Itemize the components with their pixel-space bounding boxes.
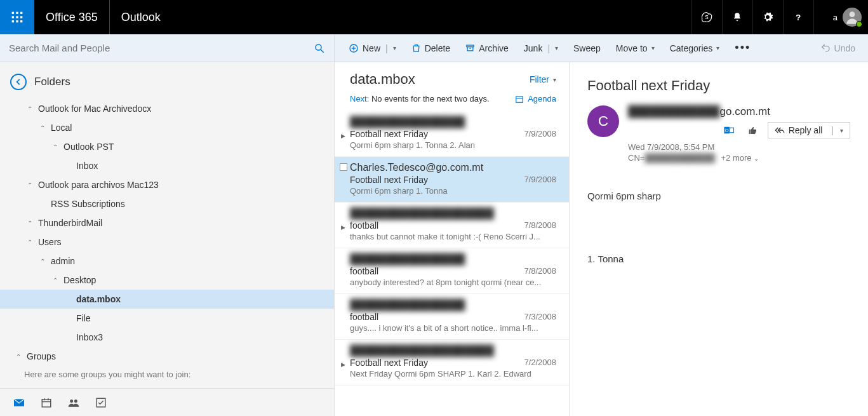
next-text: No events for the next two days. [371,94,490,104]
undo-button[interactable]: Undo [820,43,855,53]
chevron-down-icon[interactable]: ▾ [555,44,558,51]
delete-label: Delete [425,43,450,53]
junk-button[interactable]: Junk |▾ [516,34,566,62]
folder-node[interactable]: ⌃Outlook para archivos Mac123 [0,175,334,194]
agenda-button[interactable]: Agenda [515,94,556,104]
message-body: Qormi 6pm sharp 1. Tonna [587,185,850,269]
message-preview: Qormi 6pm sharp 1. Tonna 2. Alan [350,140,556,150]
message-date: 7/9/2008 [524,129,556,139]
open-in-outlook-button[interactable]: O [721,123,737,137]
folder-node[interactable]: ⌃Outlook for Mac Archivedocx [0,99,334,118]
categories-button[interactable]: Categories ▾ [662,34,728,62]
folder-node[interactable]: ⌃ThunderbirdMail [0,213,334,232]
folder-node[interactable]: ⌃Local [0,118,334,137]
search-icon[interactable] [314,43,325,54]
archive-icon [465,43,475,53]
help-button[interactable]: ? [783,0,813,34]
mail-module-button[interactable] [13,398,25,408]
thread-expand-icon[interactable]: ▶ [341,224,345,231]
chevron-down-icon[interactable]: ▾ [840,127,843,134]
folder-label: Users [38,237,62,247]
chevron-down-icon[interactable]: ▾ [651,44,655,51]
app-launcher[interactable] [0,0,34,34]
message-row[interactable]: Charles.Tedesco@go.com.mtFootball next F… [335,157,569,203]
expand-recipients-button[interactable]: ⌄ [754,155,759,162]
folder-tree: ⌃Outlook for Mac Archivedocx⌃Local⌃Outlo… [0,97,334,366]
moveto-button[interactable]: Move to ▾ [608,34,662,62]
folder-node[interactable]: File [0,309,334,328]
like-button[interactable] [745,124,760,137]
sweep-button[interactable]: Sweep [566,34,608,62]
list-title: data.mbox [350,71,415,88]
notifications-button[interactable] [722,0,752,34]
chevron-down-icon[interactable]: ▾ [393,44,396,51]
checkbox[interactable] [340,163,347,171]
svg-point-26 [74,399,77,403]
folder-label: RSS Subscriptions [51,199,125,209]
message-row[interactable]: ▶████████████████████football7/8/2008tha… [335,203,569,248]
message-subject: Football next Friday [587,77,850,94]
message-recipients: CN=████████████ +2 more ⌄ [628,153,850,163]
message-preview: anybody interested? at 8pm tonight qormi… [350,278,556,287]
delete-button[interactable]: Delete [404,34,458,62]
account-button[interactable]: a [813,0,868,34]
folder-node[interactable]: ⌃admin [0,252,334,271]
folder-node[interactable]: ⌃Groups [0,347,334,366]
chevron-icon: ⌃ [51,277,60,284]
filter-button[interactable]: Filter ▾ [530,74,556,84]
agenda-label: Agenda [528,94,556,104]
message-preview: thanks but cannot make it tonight :-( Re… [350,232,556,241]
message-subject: football [350,266,378,276]
calendar-module-button[interactable] [41,397,52,408]
app-name[interactable]: Outlook [110,11,172,24]
brand-label[interactable]: Office 365 [34,0,110,34]
svg-point-25 [70,399,73,403]
people-module-button[interactable] [67,397,80,408]
tasks-module-button[interactable] [95,397,107,408]
reply-all-button[interactable]: Reply all | ▾ [768,122,850,138]
suite-header: Office 365 Outlook S ? a [0,0,868,34]
svg-rect-4 [16,16,18,18]
chevron-down-icon[interactable]: ▾ [716,44,719,51]
reading-pane: Football next Friday C ████████████go.co… [570,62,868,416]
folder-node[interactable]: Inbox3 [0,328,334,347]
svg-text:O: O [724,128,728,133]
skype-button[interactable]: S [691,0,722,34]
svg-text:S: S [705,15,709,20]
folder-node[interactable]: data.mbox [0,290,334,309]
search-input[interactable] [9,43,314,53]
new-button[interactable]: New |▾ [341,34,404,62]
undo-icon [820,43,831,53]
chevron-icon: ⌃ [25,105,34,112]
archive-button[interactable]: Archive [458,34,516,62]
user-label: a [833,13,838,22]
more-commands-button[interactable]: ••• [727,34,758,62]
folder-label: admin [51,256,75,266]
back-button[interactable] [10,74,27,90]
folder-node[interactable]: Inbox [0,156,334,175]
folder-node[interactable]: ⌃Outlook PST [0,137,334,156]
chevron-icon: ⌃ [25,220,34,227]
folder-node[interactable]: RSS Subscriptions [0,194,334,213]
sender-address: ████████████go.com.mt [628,105,850,118]
folder-label: ThunderbirdMail [38,218,102,228]
chevron-icon: ⌃ [51,144,60,151]
sweep-label: Sweep [573,43,601,53]
message-date: 7/9/2008 [524,175,556,185]
folder-label: Inbox3 [76,332,103,342]
folder-node[interactable]: ⌃Desktop [0,271,334,290]
search-box[interactable] [0,34,335,62]
message-subject: football [350,220,378,231]
message-row[interactable]: ▶████████████████████Football next Frida… [335,340,569,386]
folder-label: data.mbox [76,294,121,304]
folder-node[interactable]: ⌃Users [0,232,334,252]
chevron-down-icon: ▾ [553,76,556,83]
settings-button[interactable] [752,0,783,34]
message-row[interactable]: ▶████████████████Football next Friday7/9… [335,111,569,157]
message-row[interactable]: ████████████████football7/8/2008anybody … [335,248,569,294]
thread-expand-icon[interactable]: ▶ [341,361,345,368]
avatar-icon [843,8,862,27]
message-row[interactable]: ████████████████football7/3/2008guys....… [335,294,569,340]
chevron-icon: ⌃ [38,124,47,131]
thread-expand-icon[interactable]: ▶ [341,133,345,139]
